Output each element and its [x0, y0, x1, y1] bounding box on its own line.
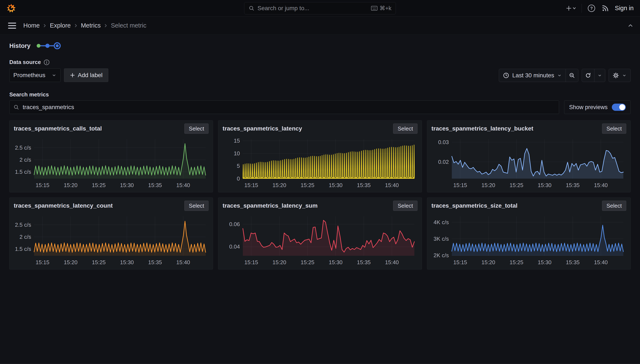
refresh-interval-button[interactable]	[594, 69, 605, 82]
select-metric-button[interactable]: Select	[184, 124, 208, 134]
metric-card-title: traces_spanmetrics_latency_sum	[222, 201, 318, 209]
topbar-divider	[582, 4, 582, 13]
show-previews-label: Show previews	[569, 104, 608, 110]
svg-text:2.5 c/s: 2.5 c/s	[15, 222, 31, 228]
metric-cards-grid: traces_spanmetrics_calls_total Select 1.…	[9, 120, 631, 270]
svg-text:15:30: 15:30	[329, 259, 343, 266]
clock-icon	[503, 72, 509, 78]
time-range-picker[interactable]: Last 30 minutes	[499, 69, 566, 82]
datasource-picker[interactable]: Prometheus	[9, 68, 60, 82]
news-button[interactable]	[601, 4, 609, 12]
svg-text:15:35: 15:35	[357, 182, 371, 188]
svg-text:0: 0	[237, 176, 240, 182]
metric-card-title: traces_spanmetrics_latency_bucket	[432, 124, 534, 132]
rss-icon	[601, 4, 609, 12]
select-metric-button[interactable]: Select	[602, 124, 626, 134]
svg-text:?: ?	[590, 6, 593, 10]
svg-text:15:20: 15:20	[481, 259, 495, 266]
breadcrumb: Home Explore Metrics Select metric	[23, 22, 146, 29]
breadcrumb-home[interactable]: Home	[23, 22, 40, 29]
metric-preview-chart: 0.020.0315:1515:2015:2515:3015:3515:40	[432, 136, 626, 189]
svg-text:15:40: 15:40	[385, 182, 399, 188]
svg-text:15:15: 15:15	[244, 259, 258, 266]
search-metrics-label: Search metrics	[9, 91, 49, 98]
svg-text:1.5 c/s: 1.5 c/s	[15, 246, 31, 252]
sign-in-button[interactable]: Sign in	[615, 5, 634, 12]
zoom-out-button[interactable]	[566, 69, 578, 82]
history-label: History	[9, 42, 30, 49]
search-icon	[13, 104, 19, 110]
refresh-icon	[585, 72, 591, 78]
help-button[interactable]: ?	[587, 4, 596, 12]
settings-button[interactable]	[609, 69, 630, 82]
gear-icon	[613, 72, 619, 78]
metric-preview-chart: 2K c/s3K c/s4K c/s15:1515:2015:2515:3015…	[432, 213, 626, 266]
svg-text:15:15: 15:15	[36, 259, 50, 266]
grafana-logo-icon[interactable]	[6, 4, 16, 13]
svg-text:15:20: 15:20	[272, 182, 286, 188]
history-step-dot[interactable]	[45, 44, 50, 48]
svg-text:2K c/s: 2K c/s	[434, 252, 449, 258]
svg-text:15:15: 15:15	[453, 182, 467, 188]
metric-preview-chart: 0.040.0615:1515:2015:2515:3015:3515:40	[222, 213, 417, 266]
svg-text:15:20: 15:20	[64, 259, 78, 266]
global-search-placeholder: Search or jump to...	[258, 5, 368, 12]
svg-text:2 c/s: 2 c/s	[20, 156, 31, 163]
history-step-dot[interactable]	[37, 44, 40, 48]
shortcut-hint: ⌘+k	[371, 5, 392, 12]
svg-text:15:40: 15:40	[594, 182, 608, 188]
plus-icon	[70, 72, 75, 78]
svg-text:15:25: 15:25	[92, 182, 106, 188]
show-previews-toggle[interactable]	[612, 104, 626, 111]
breadcrumb-explore[interactable]: Explore	[50, 22, 70, 29]
svg-text:0.02: 0.02	[438, 159, 449, 165]
svg-text:0.03: 0.03	[438, 139, 449, 145]
svg-text:4K c/s: 4K c/s	[434, 219, 449, 226]
svg-text:15:20: 15:20	[481, 182, 495, 188]
collapse-panel-button[interactable]	[627, 22, 634, 29]
chevron-down-icon	[52, 73, 56, 78]
svg-text:15: 15	[234, 138, 240, 144]
svg-text:1.5 c/s: 1.5 c/s	[15, 169, 31, 175]
main-content: History Data source Prometheus	[0, 35, 640, 270]
svg-text:15:20: 15:20	[64, 182, 78, 188]
select-metric-button[interactable]: Select	[602, 201, 626, 211]
select-metric-button[interactable]: Select	[393, 124, 417, 134]
svg-text:15:35: 15:35	[148, 259, 162, 266]
add-label-button[interactable]: Add label	[64, 68, 108, 82]
breadcrumb-bar: Home Explore Metrics Select metric	[0, 16, 640, 35]
svg-text:10: 10	[234, 150, 240, 156]
select-metric-button[interactable]: Select	[393, 201, 417, 211]
refresh-button[interactable]	[582, 69, 594, 82]
svg-text:15:30: 15:30	[329, 182, 343, 188]
chevron-right-icon	[104, 23, 108, 28]
svg-text:15:35: 15:35	[148, 182, 162, 188]
svg-text:2.5 c/s: 2.5 c/s	[15, 144, 31, 151]
add-menu-button[interactable]	[566, 5, 576, 12]
metric-card-title: traces_spanmetrics_latency_count	[14, 201, 113, 209]
svg-text:15:25: 15:25	[510, 182, 523, 188]
svg-text:15:40: 15:40	[176, 259, 190, 266]
datasource-label: Data source	[9, 59, 41, 66]
breadcrumb-select-metric: Select metric	[111, 22, 146, 29]
svg-text:15:15: 15:15	[453, 259, 467, 266]
select-metric-button[interactable]: Select	[184, 201, 208, 211]
info-icon[interactable]	[44, 59, 50, 66]
chevron-right-icon	[74, 23, 78, 28]
global-search-button[interactable]: Search or jump to... ⌘+k	[244, 2, 396, 14]
svg-text:15:40: 15:40	[176, 182, 190, 188]
search-icon	[248, 5, 254, 11]
menu-toggle-button[interactable]	[8, 23, 16, 28]
svg-text:15:35: 15:35	[566, 182, 580, 188]
svg-text:15:15: 15:15	[244, 182, 258, 188]
svg-text:5: 5	[237, 163, 240, 169]
svg-text:15:20: 15:20	[272, 259, 286, 266]
metrics-search-input[interactable]	[23, 104, 555, 110]
metric-card: traces_spanmetrics_latency_count Select …	[9, 198, 213, 270]
svg-text:15:25: 15:25	[510, 259, 523, 266]
metric-preview-chart: 1.5 c/s2 c/s2.5 c/s15:1515:2015:2515:301…	[14, 213, 208, 266]
page-bottom-border	[0, 363, 640, 364]
metric-card: traces_spanmetrics_size_total Select 2K …	[427, 198, 631, 270]
history-timeline[interactable]	[36, 41, 64, 50]
breadcrumb-metrics[interactable]: Metrics	[81, 22, 101, 29]
